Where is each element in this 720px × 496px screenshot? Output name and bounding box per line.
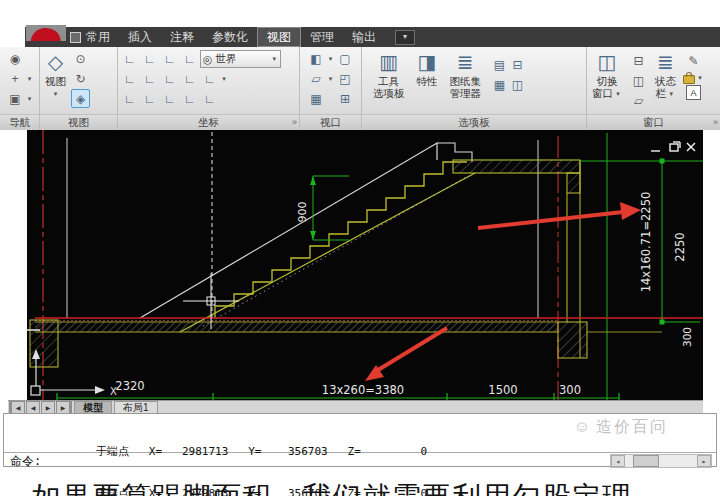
switch-window-label-2: 窗口 — [592, 88, 613, 100]
ucs-zaxis-icon[interactable]: ∟ — [180, 69, 199, 88]
light-list-icon[interactable]: ◫ — [508, 75, 527, 94]
ucs-world-value: 世界 — [215, 52, 267, 66]
properties-icon: ◨ — [418, 50, 437, 76]
ucs-previous-icon[interactable]: ∟ — [140, 49, 159, 68]
pan-dropdown-icon[interactable]: ▾ — [26, 75, 34, 83]
tab-output[interactable]: 输出 — [343, 28, 385, 46]
ucs-origin-icon[interactable]: ∟ — [120, 89, 139, 108]
show-motion-dropdown-icon[interactable]: ▾ — [26, 95, 34, 103]
dbconnect-icon[interactable]: ▦ — [490, 75, 509, 94]
steering-wheel-icon[interactable]: ◉ — [6, 49, 25, 68]
ucs-object-icon[interactable]: ∟ — [180, 49, 199, 68]
restore-viewport-icon[interactable]: ◰ — [336, 69, 355, 88]
ucs-rotate-x-icon[interactable]: ∟ — [120, 69, 139, 88]
dim-text-2320: 2320 — [115, 379, 144, 393]
window-launcher-icon[interactable]: » — [713, 115, 718, 130]
coordinates-launcher-icon[interactable]: » — [292, 115, 297, 130]
status-bar-dropdown-icon[interactable]: ▾ — [667, 88, 675, 100]
watermark: ☺ 造价百问 — [574, 420, 668, 434]
viewport-dropdown-icon[interactable]: ▾ — [327, 55, 335, 63]
tab-annotate[interactable]: 注释 — [161, 28, 203, 46]
quickcalc-icon[interactable]: ⊟ — [508, 55, 527, 74]
panel-coordinates: ∟ ∟ ∟ ∟ ◎ 世界 ▾ ∟ ∟ ∟ ∟ — [118, 47, 300, 130]
ucs-face-icon[interactable]: ∟ — [160, 89, 179, 108]
model-space-background — [27, 130, 703, 400]
view-dropdown-icon[interactable]: ▾ — [52, 88, 60, 100]
tab-manage[interactable]: 管理 — [301, 28, 343, 46]
ucs-world-combobox[interactable]: ◎ 世界 ▾ — [200, 50, 281, 68]
floor-hatch-band — [35, 322, 558, 332]
ucs-view-icon[interactable]: ∟ — [140, 89, 159, 108]
clip-viewport-icon[interactable]: ▦ — [307, 89, 326, 108]
panel-viewport: ◧▾▢ ▱▾◰ ▦.⊞ 视口 — [300, 47, 362, 130]
text-window-icon[interactable]: A — [686, 85, 701, 100]
tab-parametric[interactable]: 参数化 — [203, 28, 257, 46]
status-bar-label-2: 栏 — [656, 88, 667, 100]
watermark-face-icon: ☺ — [574, 420, 592, 434]
zoom-icon[interactable]: ⊙ — [71, 49, 90, 68]
panel-label-palettes: 选项板 — [362, 114, 586, 130]
globe-icon: ◎ — [203, 53, 212, 65]
tab-view[interactable]: 视图 — [257, 27, 301, 47]
tool-palettes-label-1: 工具 — [378, 76, 399, 88]
cascade-icon[interactable]: ▱ — [629, 91, 648, 110]
floor-finish-speckle — [35, 318, 558, 322]
dim-text-300-right: 300 — [681, 327, 693, 347]
dim-text-tread: 13x260=3380 — [322, 383, 404, 397]
ucs-named-dropdown-icon[interactable]: ▾ — [220, 75, 228, 83]
drawing-canvas[interactable]: 900 14x160.71=2250 2250 300 2320 13x260=… — [27, 130, 703, 400]
dim-text-2250: 2250 — [673, 232, 687, 261]
ucs-show-icon[interactable]: ∟ — [200, 89, 219, 108]
ucs-world-dropdown-icon[interactable]: ▾ — [270, 55, 278, 63]
pencil-icon[interactable]: ✎ — [684, 51, 703, 70]
sheet-set-manager-button[interactable]: ≣ 图纸集 管理器 — [447, 49, 485, 100]
visual-styles-icon[interactable]: ◈ — [71, 89, 90, 108]
new-viewport-icon[interactable]: ▢ — [336, 49, 355, 68]
join-dropdown-icon[interactable]: ▾ — [327, 75, 335, 83]
view-cube-button[interactable]: ◇ 视图 ▾ — [42, 49, 69, 100]
ucs-rotate-z-icon[interactable]: ∟ — [160, 69, 179, 88]
tab-home[interactable]: 常用 — [77, 28, 119, 46]
tile-vertical-icon[interactable]: ◫ — [629, 71, 648, 90]
show-motion-icon[interactable]: ▣ — [6, 89, 25, 108]
switch-window-button[interactable]: ◫ 切换 窗口▾ — [589, 49, 625, 100]
panel-label-navigation: 导航 — [0, 114, 39, 130]
watermark-text: 造价百问 — [596, 420, 668, 434]
dim-text-300-bottom: 300 — [559, 383, 581, 397]
command-window[interactable]: 于端点 X= 2981713 Y= 356703 Z= 0 于端点 X= 297… — [3, 413, 717, 467]
ucs-world-icon[interactable]: ∟ — [160, 49, 179, 68]
workspace-icon[interactable] — [70, 32, 81, 43]
ucs-rotate-y-icon[interactable]: ∟ — [140, 69, 159, 88]
ucs-icon[interactable]: ∟ — [120, 49, 139, 68]
autocad-logo[interactable] — [26, 25, 66, 41]
panel-palettes: ▥ 工具 选项板 ◨ 特性 ≣ 图纸集 管理器 ▤ ⊟ ▦ ◫ — [362, 47, 587, 130]
switch-window-dropdown-icon[interactable]: ▾ — [614, 88, 622, 100]
properties-label: 特性 — [417, 76, 438, 88]
switch-window-label-1: 切换 — [597, 76, 618, 88]
dim-marker-top — [660, 159, 665, 164]
tool-palettes-button[interactable]: ▥ 工具 选项板 — [370, 49, 408, 100]
tile-horizontal-icon[interactable]: ⊟ — [629, 51, 648, 70]
lock-viewport-icon[interactable]: ⊞ — [336, 89, 355, 108]
switch-window-icon: ◫ — [598, 50, 617, 76]
ucs-named-icon[interactable]: ∟ — [200, 69, 219, 88]
ribbon-collapse-button[interactable]: ▾ — [395, 30, 415, 45]
dim-text-riser: 14x160.71=2250 — [639, 192, 653, 293]
command-history-line: 于端点 X= 2981713 Y= 356703 Z= 0 — [96, 445, 716, 459]
named-viewport-icon[interactable]: ◧ — [307, 49, 326, 68]
lock-ui-dropdown-icon[interactable]: ▾ — [696, 74, 704, 82]
tab-insert[interactable]: 插入 — [119, 28, 161, 46]
landing-edge-beam — [567, 173, 580, 193]
left-wall-section — [30, 320, 58, 367]
ribbon-tab-strip: 常用 插入 注释 参数化 视图 管理 输出 ▾ — [77, 27, 415, 47]
tool-palettes-label-2: 选项板 — [373, 88, 405, 100]
orbit-icon[interactable]: ↻ — [71, 69, 90, 88]
pan-icon[interactable]: + — [6, 69, 25, 88]
join-viewport-icon[interactable]: ▱ — [307, 69, 326, 88]
status-bar-button[interactable]: ≣ 状态 栏▾ — [652, 49, 679, 100]
properties-button[interactable]: ◨ 特性 — [414, 49, 441, 89]
markup-set-manager-icon[interactable]: ▤ — [490, 55, 509, 74]
ucs-3point-icon[interactable]: ∟ — [180, 89, 199, 108]
command-history: 于端点 X= 2981713 Y= 356703 Z= 0 于端点 X= 297… — [4, 414, 716, 452]
lock-ui-icon[interactable] — [683, 75, 695, 84]
